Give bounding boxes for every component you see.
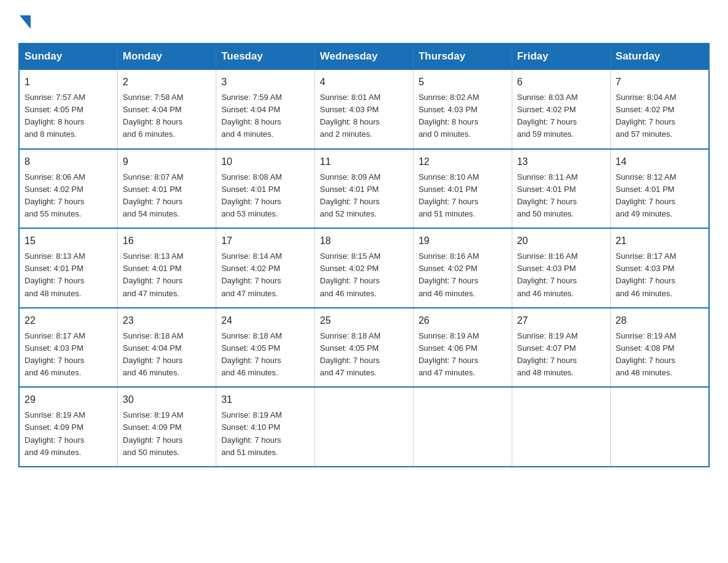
calendar-week-5: 29Sunrise: 8:19 AMSunset: 4:09 PMDayligh…	[19, 387, 709, 467]
day-number: 17	[221, 234, 309, 248]
day-number: 29	[25, 393, 112, 407]
calendar-cell: 19Sunrise: 8:16 AMSunset: 4:02 PMDayligh…	[413, 228, 512, 308]
day-info: Sunrise: 7:59 AMSunset: 4:04 PMDaylight:…	[221, 91, 309, 141]
calendar-cell: 25Sunrise: 8:18 AMSunset: 4:05 PMDayligh…	[315, 308, 414, 388]
calendar-cell: 9Sunrise: 8:07 AMSunset: 4:01 PMDaylight…	[118, 149, 216, 229]
calendar-cell: 1Sunrise: 7:57 AMSunset: 4:05 PMDaylight…	[19, 69, 118, 149]
day-number: 10	[221, 155, 309, 169]
calendar-header: SundayMondayTuesdayWednesdayThursdayFrid…	[19, 44, 709, 69]
day-number: 24	[221, 313, 309, 328]
calendar-cell: 22Sunrise: 8:17 AMSunset: 4:03 PMDayligh…	[19, 308, 118, 388]
day-number: 20	[517, 234, 605, 248]
calendar-table: SundayMondayTuesdayWednesdayThursdayFrid…	[18, 43, 710, 467]
day-number: 30	[123, 393, 211, 407]
calendar-cell	[512, 387, 610, 467]
day-number: 14	[616, 155, 703, 169]
calendar-cell: 6Sunrise: 8:03 AMSunset: 4:02 PMDaylight…	[512, 69, 610, 149]
logo-arrow-icon	[20, 12, 31, 33]
day-number: 28	[616, 313, 703, 328]
calendar-cell: 16Sunrise: 8:13 AMSunset: 4:01 PMDayligh…	[118, 228, 216, 308]
calendar-cell: 23Sunrise: 8:18 AMSunset: 4:04 PMDayligh…	[118, 308, 216, 388]
weekday-header-sunday: Sunday	[19, 44, 118, 69]
calendar-week-4: 22Sunrise: 8:17 AMSunset: 4:03 PMDayligh…	[19, 308, 709, 388]
day-info: Sunrise: 8:08 AMSunset: 4:01 PMDaylight:…	[221, 171, 309, 221]
calendar-week-2: 8Sunrise: 8:06 AMSunset: 4:02 PMDaylight…	[19, 149, 709, 229]
day-info: Sunrise: 8:16 AMSunset: 4:03 PMDaylight:…	[517, 250, 605, 300]
day-info: Sunrise: 8:04 AMSunset: 4:02 PMDaylight:…	[616, 91, 703, 141]
day-number: 4	[320, 75, 408, 90]
day-info: Sunrise: 8:09 AMSunset: 4:01 PMDaylight:…	[320, 171, 408, 221]
day-number: 7	[616, 75, 703, 90]
day-info: Sunrise: 8:16 AMSunset: 4:02 PMDaylight:…	[419, 250, 507, 300]
calendar-cell: 30Sunrise: 8:19 AMSunset: 4:09 PMDayligh…	[118, 387, 216, 467]
calendar-cell: 28Sunrise: 8:19 AMSunset: 4:08 PMDayligh…	[610, 308, 709, 388]
calendar-cell: 2Sunrise: 7:58 AMSunset: 4:04 PMDaylight…	[118, 69, 216, 149]
weekday-header-friday: Friday	[512, 44, 610, 69]
calendar-cell: 11Sunrise: 8:09 AMSunset: 4:01 PMDayligh…	[315, 149, 414, 229]
day-number: 3	[221, 75, 309, 90]
weekday-header-row: SundayMondayTuesdayWednesdayThursdayFrid…	[19, 44, 709, 69]
day-number: 11	[320, 155, 408, 169]
day-number: 22	[25, 313, 112, 328]
day-number: 9	[123, 155, 211, 169]
calendar-cell: 13Sunrise: 8:11 AMSunset: 4:01 PMDayligh…	[512, 149, 610, 229]
day-number: 1	[25, 75, 112, 90]
calendar-cell: 20Sunrise: 8:16 AMSunset: 4:03 PMDayligh…	[512, 228, 610, 308]
calendar-cell: 10Sunrise: 8:08 AMSunset: 4:01 PMDayligh…	[216, 149, 315, 229]
day-number: 15	[25, 234, 112, 248]
weekday-header-thursday: Thursday	[413, 44, 512, 69]
day-info: Sunrise: 8:10 AMSunset: 4:01 PMDaylight:…	[419, 171, 507, 221]
day-number: 2	[123, 75, 211, 90]
day-info: Sunrise: 8:07 AMSunset: 4:01 PMDaylight:…	[123, 171, 211, 221]
day-info: Sunrise: 8:01 AMSunset: 4:03 PMDaylight:…	[320, 91, 408, 141]
day-info: Sunrise: 8:19 AMSunset: 4:09 PMDaylight:…	[25, 409, 112, 459]
day-info: Sunrise: 8:17 AMSunset: 4:03 PMDaylight:…	[25, 330, 112, 380]
page-header	[18, 12, 710, 31]
calendar-cell: 3Sunrise: 7:59 AMSunset: 4:04 PMDaylight…	[216, 69, 315, 149]
day-number: 16	[123, 234, 211, 248]
day-number: 18	[320, 234, 408, 248]
day-info: Sunrise: 7:58 AMSunset: 4:04 PMDaylight:…	[123, 91, 211, 141]
calendar-cell: 15Sunrise: 8:13 AMSunset: 4:01 PMDayligh…	[19, 228, 118, 308]
calendar-cell: 31Sunrise: 8:19 AMSunset: 4:10 PMDayligh…	[216, 387, 315, 467]
day-info: Sunrise: 8:19 AMSunset: 4:10 PMDaylight:…	[221, 409, 309, 459]
calendar-cell: 5Sunrise: 8:02 AMSunset: 4:03 PMDaylight…	[413, 69, 512, 149]
day-info: Sunrise: 8:12 AMSunset: 4:01 PMDaylight:…	[616, 171, 703, 221]
day-info: Sunrise: 8:13 AMSunset: 4:01 PMDaylight:…	[123, 250, 211, 300]
day-number: 23	[123, 313, 211, 328]
calendar-cell: 17Sunrise: 8:14 AMSunset: 4:02 PMDayligh…	[216, 228, 315, 308]
day-info: Sunrise: 8:19 AMSunset: 4:07 PMDaylight:…	[517, 330, 605, 380]
day-number: 26	[419, 313, 507, 328]
day-info: Sunrise: 8:15 AMSunset: 4:02 PMDaylight:…	[320, 250, 408, 300]
day-info: Sunrise: 8:18 AMSunset: 4:05 PMDaylight:…	[320, 330, 408, 380]
calendar-week-1: 1Sunrise: 7:57 AMSunset: 4:05 PMDaylight…	[19, 69, 709, 149]
weekday-header-wednesday: Wednesday	[315, 44, 414, 69]
day-info: Sunrise: 8:13 AMSunset: 4:01 PMDaylight:…	[25, 250, 112, 300]
calendar-cell: 29Sunrise: 8:19 AMSunset: 4:09 PMDayligh…	[19, 387, 118, 467]
calendar-cell: 12Sunrise: 8:10 AMSunset: 4:01 PMDayligh…	[413, 149, 512, 229]
svg-marker-0	[20, 15, 31, 29]
calendar-cell: 18Sunrise: 8:15 AMSunset: 4:02 PMDayligh…	[315, 228, 414, 308]
calendar-cell: 8Sunrise: 8:06 AMSunset: 4:02 PMDaylight…	[19, 149, 118, 229]
calendar-cell: 4Sunrise: 8:01 AMSunset: 4:03 PMDaylight…	[315, 69, 414, 149]
calendar-cell	[610, 387, 709, 467]
day-info: Sunrise: 8:19 AMSunset: 4:09 PMDaylight:…	[123, 409, 211, 459]
calendar-cell	[413, 387, 512, 467]
logo-general-row	[18, 12, 31, 33]
day-info: Sunrise: 8:06 AMSunset: 4:02 PMDaylight:…	[25, 171, 112, 221]
day-info: Sunrise: 8:19 AMSunset: 4:06 PMDaylight:…	[419, 330, 507, 380]
weekday-header-saturday: Saturday	[610, 44, 709, 69]
calendar-week-3: 15Sunrise: 8:13 AMSunset: 4:01 PMDayligh…	[19, 228, 709, 308]
day-number: 31	[221, 393, 309, 407]
day-number: 13	[517, 155, 605, 169]
day-info: Sunrise: 8:02 AMSunset: 4:03 PMDaylight:…	[419, 91, 507, 141]
calendar-cell: 24Sunrise: 8:18 AMSunset: 4:05 PMDayligh…	[216, 308, 315, 388]
calendar-cell: 14Sunrise: 8:12 AMSunset: 4:01 PMDayligh…	[610, 149, 709, 229]
day-info: Sunrise: 8:19 AMSunset: 4:08 PMDaylight:…	[616, 330, 703, 380]
day-number: 19	[419, 234, 507, 248]
day-number: 25	[320, 313, 408, 328]
calendar-cell: 21Sunrise: 8:17 AMSunset: 4:03 PMDayligh…	[610, 228, 709, 308]
day-info: Sunrise: 8:03 AMSunset: 4:02 PMDaylight:…	[517, 91, 605, 141]
calendar-cell	[315, 387, 414, 467]
day-info: Sunrise: 8:18 AMSunset: 4:04 PMDaylight:…	[123, 330, 211, 380]
